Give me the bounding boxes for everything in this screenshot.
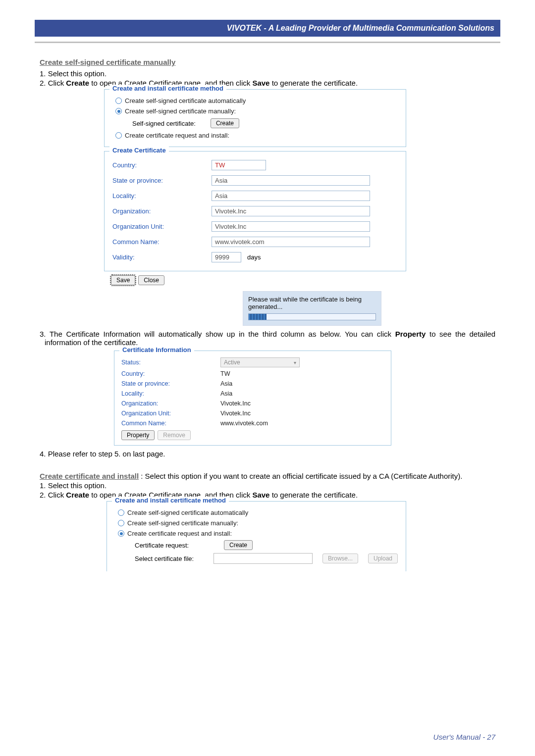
progress-fill	[249, 314, 267, 320]
step2-post: to generate the certificate.	[269, 79, 358, 87]
section-create-install-tail: : Select this option if you want to crea…	[139, 472, 462, 480]
info-orgunit-value: Vivotek.Inc	[220, 410, 251, 417]
validity-unit: days	[247, 253, 261, 261]
country-label: Country:	[112, 161, 212, 169]
ss3-radio-request-label: Create certificate request and install:	[127, 530, 232, 537]
certificate-file-input[interactable]	[214, 553, 313, 564]
ss3-radio-manual-label: Create self-signed certificate manually:	[127, 519, 238, 527]
selfsigned-label: Self-signed certificate:	[132, 120, 196, 127]
info-status-select: Active ▾	[220, 357, 300, 367]
s2-post: to generate the certificate.	[269, 491, 358, 499]
certificate-request-label: Certificate request:	[135, 542, 214, 549]
ss3-radio-request-row[interactable]: Create certificate request and install:	[115, 528, 398, 539]
info-country-label: Country:	[121, 370, 220, 377]
s2-save-bold: Save	[252, 491, 269, 499]
section-create-self-signed-title: Create self-signed certificate manually	[40, 58, 495, 66]
ss3-radio-request[interactable]	[118, 530, 124, 537]
org-unit-input[interactable]: Vivotek.Inc	[212, 221, 370, 232]
state-label: State or province:	[112, 177, 212, 184]
radio-request-label: Create certificate request and install:	[125, 132, 229, 139]
radio-auto-row[interactable]: Create self-signed certificate automatic…	[112, 96, 398, 106]
radio-manual-row[interactable]: Create self-signed certificate manually:	[112, 106, 398, 116]
info-state-label: State or province:	[121, 380, 220, 387]
ss3-create-button[interactable]: Create	[224, 540, 253, 550]
certificate-info-fieldset: Certificate Information Status: Active ▾…	[114, 351, 391, 446]
info-locality-value: Asia	[220, 390, 232, 397]
section5-step1: 1. Select this option.	[40, 481, 495, 490]
ss3-radio-auto-label: Create self-signed certificate automatic…	[127, 509, 248, 516]
create-certificate-legend: Create Certificate	[109, 147, 169, 154]
step2-save-bold: Save	[252, 79, 269, 87]
section5-step2: 2. Click Create to open a Create Certifi…	[40, 491, 495, 499]
radio-manual-label: Create self-signed certificate manually:	[125, 107, 236, 115]
step1-text: 1. Select this option.	[40, 69, 495, 78]
info-cn-label: Common Name:	[121, 420, 220, 427]
info-country-value: TW	[220, 370, 230, 377]
create-install-method-fieldset-2: Create and install certificate method Cr…	[107, 501, 406, 571]
create-install-method-legend: Create and install certificate method	[109, 85, 226, 92]
certificate-info-legend: Certificate Information	[119, 346, 194, 353]
create-install-method-legend-2: Create and install certificate method	[112, 497, 229, 504]
radio-request[interactable]	[115, 132, 122, 139]
close-button[interactable]: Close	[138, 275, 164, 285]
info-status-label: Status:	[121, 359, 220, 366]
info-orgunit-label: Organization Unit:	[121, 410, 220, 417]
page-footer: User's Manual - 27	[433, 733, 495, 741]
browse-button[interactable]: Browse...	[322, 554, 358, 563]
locality-label: Locality:	[112, 192, 212, 200]
locality-input[interactable]: Asia	[212, 191, 370, 201]
save-button[interactable]: Save	[111, 275, 135, 285]
header-divider	[35, 42, 500, 43]
common-name-label: Common Name:	[112, 238, 212, 246]
ss3-radio-auto-row[interactable]: Create self-signed certificate automatic…	[115, 507, 398, 518]
remove-button[interactable]: Remove	[158, 430, 191, 440]
info-locality-label: Locality:	[121, 390, 220, 397]
s2-create-bold: Create	[66, 491, 89, 499]
organization-label: Organization:	[112, 207, 212, 215]
header-banner: VIVOTEK - A Leading Provider of Multimed…	[35, 20, 500, 37]
please-wait-text: Please wait while the certificate is bei…	[248, 296, 362, 310]
validity-input[interactable]: 9999	[212, 252, 241, 262]
organization-input[interactable]: Vivotek.Inc	[212, 206, 370, 216]
ss3-radio-auto[interactable]	[118, 509, 124, 516]
select-file-label: Select certificate file:	[135, 555, 204, 562]
country-input[interactable]: TW	[212, 160, 266, 170]
create-install-method-fieldset: Create and install certificate method Cr…	[104, 89, 406, 147]
step3-property-bold: Property	[395, 330, 426, 338]
info-cn-value: www.vivotek.com	[220, 420, 268, 427]
info-org-value: Vivotek.Inc	[220, 400, 251, 407]
step4-text: 4. Please refer to step 5. on last page.	[40, 450, 495, 458]
radio-request-row[interactable]: Create certificate request and install:	[112, 130, 398, 141]
info-state-value: Asia	[220, 380, 232, 387]
chevron-down-icon: ▾	[294, 360, 296, 365]
create-button[interactable]: Create	[211, 118, 239, 128]
s2-pre: 2. Click	[40, 491, 66, 499]
ss3-radio-manual[interactable]	[118, 520, 124, 526]
step2-pre: 2. Click	[40, 79, 66, 87]
radio-auto-label: Create self-signed certificate automatic…	[125, 97, 246, 104]
common-name-input[interactable]: www.vivotek.com	[212, 237, 370, 247]
property-button[interactable]: Property	[121, 430, 155, 440]
step3-pre: 3. The Certificate Information will auto…	[40, 330, 395, 338]
info-status-value: Active	[224, 359, 240, 366]
step2-text: 2. Click Create to open a Create Certifi…	[40, 79, 495, 87]
step2-create-bold: Create	[66, 79, 89, 87]
create-certificate-fieldset: Create Certificate Country: TW State or …	[104, 151, 406, 271]
section-create-install-title: Create certificate and install	[40, 472, 139, 480]
upload-button[interactable]: Upload	[368, 554, 398, 563]
validity-label: Validity:	[112, 253, 212, 261]
info-org-label: Organization:	[121, 400, 220, 407]
step3-text: 3. The Certificate Information will auto…	[40, 330, 495, 347]
ss3-radio-manual-row[interactable]: Create self-signed certificate manually:	[115, 518, 398, 528]
radio-manual[interactable]	[115, 108, 122, 114]
progress-bar	[248, 313, 376, 320]
state-input[interactable]: Asia	[212, 175, 370, 186]
org-unit-label: Organization Unit:	[112, 223, 212, 230]
radio-auto[interactable]	[115, 98, 122, 104]
please-wait-box: Please wait while the certificate is bei…	[243, 291, 381, 326]
